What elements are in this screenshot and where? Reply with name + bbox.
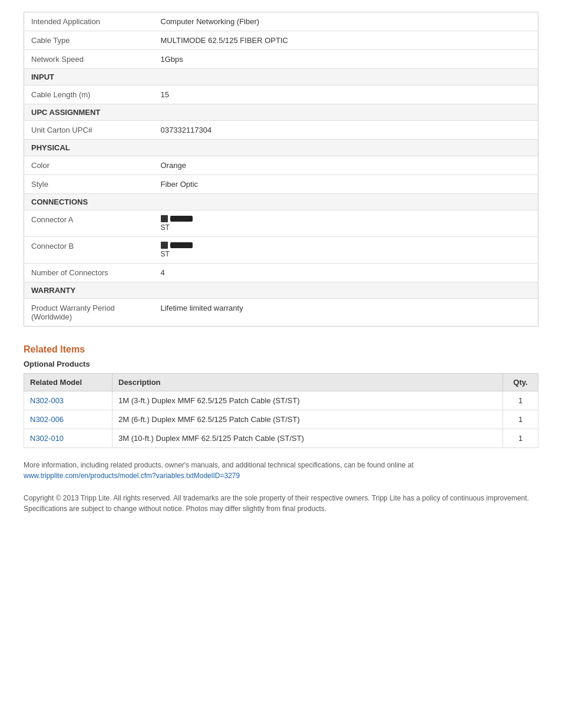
spec-value: Orange — [154, 156, 538, 175]
related-model-cell: N302-006 — [24, 410, 113, 429]
related-table-row: N302-0031M (3-ft.) Duplex MMF 62.5/125 P… — [24, 391, 538, 410]
spec-value: 037332117304 — [154, 121, 538, 140]
related-model-cell: N302-010 — [24, 429, 113, 448]
related-description-cell: 1M (3-ft.) Duplex MMF 62.5/125 Patch Cab… — [113, 391, 503, 410]
spec-row: ColorOrange — [24, 156, 538, 175]
section-label: UPC ASSIGNMENT — [24, 104, 538, 121]
copyright-text: Copyright © 2013 Tripp Lite. All rights … — [24, 493, 538, 514]
spec-section-header: WARRANTY — [24, 282, 538, 299]
spec-row: Intended ApplicationComputer Networking … — [24, 12, 538, 31]
spec-row: Cable TypeMULTIMODE 62.5/125 FIBER OPTIC — [24, 31, 538, 50]
connector-end-icon — [161, 215, 168, 222]
related-qty-cell: 1 — [503, 410, 538, 429]
spec-label: Intended Application — [24, 12, 154, 31]
spec-row: Product Warranty Period (Worldwide)Lifet… — [24, 299, 538, 327]
spec-section-header: UPC ASSIGNMENT — [24, 104, 538, 121]
spec-section-header: CONNECTIONS — [24, 194, 538, 210]
connector-body-icon — [170, 216, 193, 222]
spec-value-connector: ST — [154, 237, 538, 263]
spec-row: Network Speed1Gbps — [24, 50, 538, 69]
spec-row: Cable Length (m)15 — [24, 85, 538, 104]
connector-type-label: ST — [161, 223, 531, 232]
info-text: More information, including related prod… — [24, 460, 538, 481]
spec-section-header: INPUT — [24, 69, 538, 85]
related-model-link[interactable]: N302-003 — [30, 396, 64, 405]
related-table-header: Description — [113, 374, 503, 391]
related-table-row: N302-0103M (10-ft.) Duplex MMF 62.5/125 … — [24, 429, 538, 448]
spec-label: Number of Connectors — [24, 263, 154, 282]
spec-value: Lifetime limited warranty — [154, 299, 538, 327]
specs-table: Intended ApplicationComputer Networking … — [24, 12, 538, 327]
related-items-title: Related Items — [24, 344, 538, 355]
related-qty-cell: 1 — [503, 391, 538, 410]
spec-value: 1Gbps — [154, 50, 538, 69]
spec-label: Style — [24, 175, 154, 194]
connector-type-label: ST — [161, 250, 531, 258]
optional-products-label: Optional Products — [24, 360, 538, 368]
connector-body-icon — [170, 242, 193, 248]
spec-label: Cable Length (m) — [24, 85, 154, 104]
spec-row-connector: Connector A ST — [24, 210, 538, 237]
spec-value-connector: ST — [154, 210, 538, 237]
spec-row: StyleFiber Optic — [24, 175, 538, 194]
related-table-header: Qty. — [503, 374, 538, 391]
section-label: PHYSICAL — [24, 140, 538, 156]
spec-value: Fiber Optic — [154, 175, 538, 194]
spec-value: 4 — [154, 263, 538, 282]
related-model-cell: N302-003 — [24, 391, 113, 410]
connector-graphic — [161, 215, 531, 222]
connector-graphic — [161, 242, 531, 249]
spec-row: Number of Connectors4 — [24, 263, 538, 282]
spec-label: Connector B — [24, 237, 154, 263]
related-table-row: N302-0062M (6-ft.) Duplex MMF 62.5/125 P… — [24, 410, 538, 429]
spec-label: Product Warranty Period (Worldwide) — [24, 299, 154, 327]
spec-label: Color — [24, 156, 154, 175]
spec-row-connector: Connector B ST — [24, 237, 538, 263]
info-text-content: More information, including related prod… — [24, 461, 414, 469]
spec-row: Unit Carton UPC#037332117304 — [24, 121, 538, 140]
spec-value: MULTIMODE 62.5/125 FIBER OPTIC — [154, 31, 538, 50]
related-description-cell: 2M (6-ft.) Duplex MMF 62.5/125 Patch Cab… — [113, 410, 503, 429]
related-model-link[interactable]: N302-006 — [30, 415, 64, 424]
connector-end-icon — [161, 242, 168, 249]
related-table: Related ModelDescriptionQty. N302-0031M … — [24, 373, 538, 448]
section-label: INPUT — [24, 69, 538, 85]
spec-label: Cable Type — [24, 31, 154, 50]
spec-value: 15 — [154, 85, 538, 104]
section-label: WARRANTY — [24, 282, 538, 299]
spec-label: Connector A — [24, 210, 154, 237]
spec-value: Computer Networking (Fiber) — [154, 12, 538, 31]
section-label: CONNECTIONS — [24, 194, 538, 210]
related-description-cell: 3M (10-ft.) Duplex MMF 62.5/125 Patch Ca… — [113, 429, 503, 448]
info-link[interactable]: www.tripplite.com/en/products/model.cfm?… — [24, 472, 240, 480]
related-qty-cell: 1 — [503, 429, 538, 448]
spec-section-header: PHYSICAL — [24, 140, 538, 156]
related-table-header: Related Model — [24, 374, 113, 391]
related-model-link[interactable]: N302-010 — [30, 434, 64, 443]
related-items-section: Related Items Optional Products Related … — [24, 344, 538, 448]
spec-label: Unit Carton UPC# — [24, 121, 154, 140]
spec-label: Network Speed — [24, 50, 154, 69]
